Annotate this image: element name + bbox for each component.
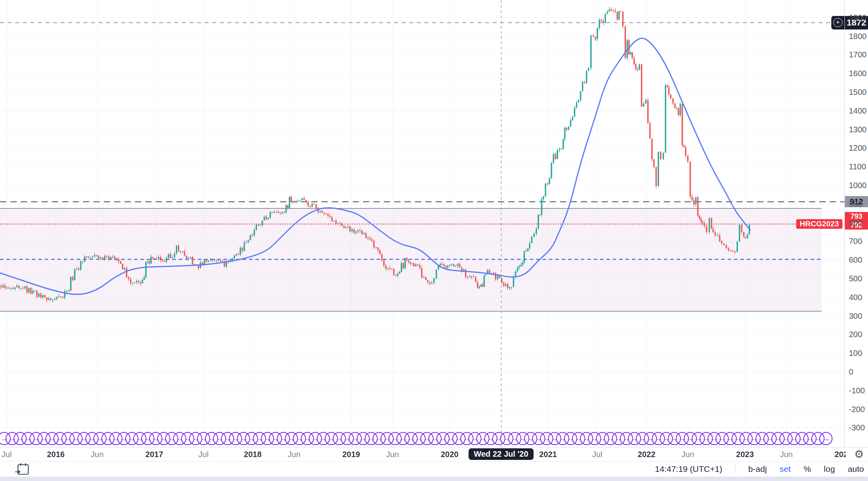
time-axis-label-2017: 2017	[146, 450, 164, 459]
go-to-date-button[interactable]	[14, 462, 31, 478]
price-axis-label: 200	[849, 330, 862, 339]
price-axis-label: 1300	[849, 125, 867, 134]
time-axis-label-jun: Jun	[681, 450, 694, 459]
time-axis-label-2016: 2016	[47, 450, 65, 459]
chart-window: →→→→→→→→→→→→→→→→→→→→→→→→→→→→→→→→→→→→→→→→…	[0, 0, 868, 481]
price-axis-label: 300	[849, 311, 862, 320]
time-axis[interactable]: Wed 22 Jul '20 Jul2016Jun2017Jul2018Jun2…	[0, 448, 846, 461]
set-button[interactable]: set	[779, 464, 791, 474]
auto-scale-toggle[interactable]: auto	[848, 464, 864, 474]
symbol-price-label: HRCG2023	[796, 219, 842, 229]
time-axis-label-jul: Jul	[592, 450, 603, 459]
horizontal-scrollbar[interactable]	[0, 477, 868, 481]
add-alert-plus-button[interactable]: +	[831, 16, 844, 29]
percent-scale-toggle[interactable]: %	[803, 464, 811, 474]
price-axis-label: 800	[849, 218, 862, 227]
axis-settings-gear-icon[interactable]: ⚙	[850, 448, 868, 461]
price-axis-label: 900	[849, 199, 862, 208]
time-axis-label-2021: 2021	[539, 450, 557, 459]
price-axis-label: -100	[849, 386, 865, 395]
badj-toggle[interactable]: b-adj	[748, 464, 767, 474]
price-axis-label: 100	[849, 349, 862, 358]
time-axis-label-2024: 2024	[834, 450, 846, 459]
price-axis-label: 400	[849, 293, 862, 302]
price-axis-label: 1500	[849, 88, 867, 97]
price-axis-label: 1600	[849, 69, 867, 78]
time-axis-label-2018: 2018	[244, 450, 262, 459]
time-axis-label-2023: 2023	[736, 450, 754, 459]
price-axis-label: 500	[849, 274, 862, 283]
time-axis-label-jun: Jun	[780, 450, 793, 459]
status-separator	[735, 464, 736, 474]
status-bar: 14:47:19 (UTC+1) b-adj set % log auto	[0, 461, 868, 477]
plus-circle-icon: +	[833, 18, 842, 27]
time-axis-label-jun: Jun	[288, 450, 300, 459]
price-axis-label: 1200	[849, 143, 867, 153]
time-axis-label-jun: Jun	[91, 450, 104, 459]
price-axis-label: 1400	[849, 106, 867, 115]
price-axis-label: -300	[849, 423, 865, 432]
price-axis-label: 600	[849, 255, 862, 265]
price-axis-label: 1900	[849, 13, 867, 22]
price-axis-label: 1000	[849, 181, 867, 190]
price-axis-label: 1800	[849, 31, 867, 41]
contract-rollover-markers-row: →→→→→→→→→→→→→→→→→→→→→→→→→→→→→→→→→→→→→→→→…	[0, 432, 843, 447]
time-axis-label-2019: 2019	[342, 450, 360, 459]
price-axis-label: 1700	[849, 50, 867, 59]
price-axis-label: -200	[849, 404, 865, 414]
calendar-arrow-icon	[14, 462, 31, 477]
crosshair-date-badge: Wed 22 Jul '20	[469, 448, 534, 460]
time-axis-label-jul: Jul	[198, 450, 209, 459]
clock-status[interactable]: 14:47:19 (UTC+1)	[655, 464, 722, 474]
price-axis-label: 1100	[849, 162, 866, 171]
price-axis[interactable]: 1872 912 793 792 19001800170016001500140…	[845, 0, 868, 447]
price-chart-canvas[interactable]	[0, 0, 844, 447]
price-axis-label: 700	[849, 237, 862, 246]
price-axis-label: 0	[849, 367, 853, 377]
time-axis-label-2020: 2020	[441, 450, 459, 459]
time-axis-label-jun: Jun	[386, 450, 399, 459]
time-axis-label-2022: 2022	[638, 450, 656, 459]
time-axis-label-jul: Jul	[2, 450, 12, 459]
log-scale-toggle[interactable]: log	[824, 464, 835, 474]
rollover-marker-icon[interactable]: →	[819, 432, 832, 445]
